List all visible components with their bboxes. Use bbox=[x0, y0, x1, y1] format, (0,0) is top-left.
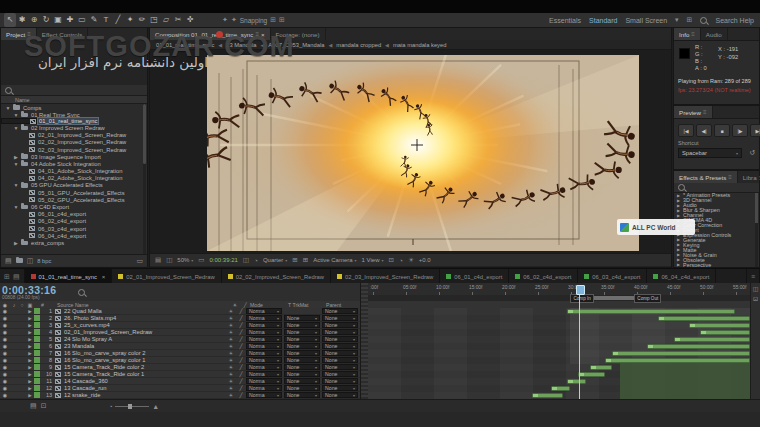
layer-duration-bar[interactable] bbox=[567, 309, 735, 314]
layer-name[interactable]: 16 Slo_mo_carve_spray color 2 bbox=[64, 350, 226, 356]
timeline-tab-02-02-improved-screen-redraw[interactable]: 02_02_Improved_Screen_Redraw bbox=[222, 269, 331, 284]
zoom-out-icon[interactable]: ▪ bbox=[111, 403, 113, 409]
caret-icon[interactable]: ▼ bbox=[13, 161, 19, 167]
layer-duration-bar[interactable] bbox=[612, 351, 750, 356]
delete-icon[interactable]: ▭ bbox=[136, 257, 143, 265]
layer-color-swatch[interactable] bbox=[34, 322, 40, 328]
layer-name[interactable]: 12 snake_ride bbox=[64, 392, 226, 398]
timeline-layer-row[interactable]: ◉▶524 Slo Mo Spray A☀╱Norma▾None▾None▾ bbox=[0, 336, 360, 343]
layer-duration-bar[interactable] bbox=[605, 358, 750, 363]
current-time-display[interactable]: 0:00:33:16 00808 (24.00 fps) bbox=[2, 284, 72, 300]
caret-icon[interactable]: ▼ bbox=[13, 112, 19, 118]
viewer-canvas[interactable] bbox=[150, 50, 671, 254]
eye-icon[interactable]: ◉ bbox=[0, 336, 10, 342]
layer-name[interactable]: 16 Slo_mo_carve_spray color 1 bbox=[64, 357, 226, 363]
always-preview-icon[interactable]: ▤ bbox=[155, 256, 161, 264]
fx-switch-icon[interactable]: ╱ bbox=[236, 378, 246, 384]
toggle-switches-icon[interactable]: ▤ bbox=[30, 402, 37, 410]
comp-marker-icon[interactable]: ◫ bbox=[753, 285, 759, 292]
timeline-tab-06-01-c4d-export[interactable]: 06_01_c4d_export bbox=[440, 269, 509, 284]
fast-previews-icon[interactable]: ◔ bbox=[399, 257, 403, 264]
shape-tool[interactable]: ▭ bbox=[76, 13, 88, 27]
mode-select[interactable]: Norma▾ bbox=[246, 371, 282, 377]
camera-tool[interactable]: ▣ bbox=[52, 13, 64, 27]
layer-color-swatch[interactable] bbox=[34, 336, 40, 342]
caret-right-icon[interactable]: ▶ bbox=[26, 323, 34, 328]
timeline-layer-row[interactable]: ◉▶402_01_Improved_Screen_Redraw☀╱Norma▾N… bbox=[0, 329, 360, 336]
viewer-timecode[interactable]: 0:00:39:21 bbox=[210, 257, 238, 263]
mode-select[interactable]: Norma▾ bbox=[246, 378, 282, 384]
layer-name[interactable]: 23 Mandala bbox=[64, 343, 226, 349]
fx-switch-icon[interactable]: ╱ bbox=[236, 357, 246, 363]
source-name-column-header[interactable]: Source Name bbox=[57, 302, 230, 308]
show-channel-icon[interactable]: ◔ bbox=[254, 257, 258, 264]
caret-icon[interactable]: ▼ bbox=[13, 204, 19, 210]
layer-duration-bar[interactable] bbox=[567, 379, 586, 384]
layer-duration-bar[interactable] bbox=[647, 344, 750, 349]
fx-switch-icon[interactable]: ╱ bbox=[236, 371, 246, 377]
zoom-in-icon[interactable]: ▲ bbox=[152, 403, 159, 410]
parent-select[interactable]: None▾ bbox=[322, 322, 358, 328]
breadcrumb-item[interactable]: mandala cropped bbox=[336, 42, 381, 48]
parent-column-header[interactable]: Parent bbox=[326, 302, 360, 308]
tree-item-extra-comps[interactable]: ▶extra_comps bbox=[1, 239, 143, 246]
quality-icon[interactable]: ☀ bbox=[226, 315, 236, 321]
fx-switch-icon[interactable]: ╱ bbox=[236, 308, 246, 314]
graph-editor-icon[interactable]: ⊡ bbox=[753, 295, 758, 302]
toggle-modes-icon[interactable]: ⊡ bbox=[41, 402, 47, 410]
caret-right-icon[interactable]: ▶ bbox=[26, 351, 34, 356]
trkmat-select[interactable]: None▾ bbox=[284, 315, 320, 321]
resolution-menu[interactable]: Quarter ▾ bbox=[263, 257, 287, 263]
timeline-layer-row[interactable]: ◉▶122 Quad Malla☀╱Norma▾None▾ bbox=[0, 308, 360, 315]
layer-name[interactable]: 24 Slo Mo Spray A bbox=[64, 336, 226, 342]
tree-item-01-real-time-sync[interactable]: ▼01 Real Time Sync bbox=[1, 111, 143, 118]
caret-icon[interactable]: ▼ bbox=[13, 125, 19, 131]
layer-name[interactable]: 26. Photo Slats.mp4 bbox=[64, 315, 226, 321]
shortcut-select[interactable]: Spacebar ▾ bbox=[678, 148, 742, 158]
caret-icon[interactable]: ▶ bbox=[13, 154, 19, 160]
quality-icon[interactable]: ☀ bbox=[226, 322, 236, 328]
layer-duration-bar[interactable] bbox=[551, 386, 570, 391]
reset-icon[interactable]: ↺ bbox=[749, 149, 755, 157]
caret-right-icon[interactable]: ▶ bbox=[26, 365, 34, 370]
layer-name[interactable]: 25_x_curves.mp4 bbox=[64, 322, 226, 328]
tab-libraries[interactable]: Libra ≫ bbox=[738, 171, 760, 183]
eye-icon[interactable]: ◉ bbox=[0, 357, 10, 363]
eye-icon[interactable]: ◉ bbox=[0, 385, 10, 391]
timeline-layer-row[interactable]: ◉▶226. Photo Slats.mp4☀╱Norma▾None▾None▾ bbox=[0, 315, 360, 322]
workspace-essentials[interactable]: Essentials bbox=[549, 17, 581, 24]
view-layout-menu[interactable]: 1 View ▾ bbox=[362, 257, 384, 263]
search-icon[interactable] bbox=[5, 87, 12, 94]
mode-column-header[interactable]: Mode bbox=[250, 302, 288, 308]
tree-item-06-01-c4d-export[interactable]: 06_01_c4d_export bbox=[1, 211, 143, 218]
parent-select[interactable]: None▾ bbox=[322, 371, 358, 377]
search-icon[interactable] bbox=[78, 289, 85, 296]
panel-rows-icon[interactable]: ▤ bbox=[13, 273, 20, 281]
magnification-icon[interactable]: ◫ bbox=[166, 256, 172, 264]
workspace-small-screen[interactable]: Small Screen bbox=[625, 17, 667, 24]
zoom-tool[interactable]: ⊕ bbox=[28, 13, 40, 27]
interpret-footage-icon[interactable]: ▤ bbox=[5, 257, 12, 265]
project-scrollbar[interactable] bbox=[143, 104, 146, 254]
tree-item-02-01-improved-screen-redraw[interactable]: 02_01_Improved_Screen_Redraw bbox=[1, 132, 143, 139]
trkmat-select[interactable]: None▾ bbox=[284, 322, 320, 328]
layer-duration-bar[interactable] bbox=[590, 365, 613, 370]
pixel-aspect-icon[interactable]: ⊡ bbox=[389, 256, 394, 264]
timeline-layer-row[interactable]: ◉▶915 Camera_Track_Ride color 2☀╱Norma▾N… bbox=[0, 364, 360, 371]
mode-select[interactable]: Norma▾ bbox=[246, 385, 282, 391]
quality-icon[interactable]: ☀ bbox=[226, 392, 236, 398]
mask-feather-icon[interactable]: ✦ bbox=[231, 16, 237, 24]
eye-icon[interactable]: ◉ bbox=[0, 329, 10, 335]
previous-frame-button[interactable]: ◀| bbox=[696, 124, 712, 137]
layer-duration-bar[interactable] bbox=[532, 393, 563, 398]
quality-icon[interactable]: ☀ bbox=[226, 343, 236, 349]
snapping-label[interactable]: Snapping bbox=[240, 17, 267, 24]
quality-icon[interactable]: ☀ bbox=[226, 371, 236, 377]
zoom-slider-thumb[interactable] bbox=[128, 404, 132, 409]
fx-switch-icon[interactable]: ╱ bbox=[236, 350, 246, 356]
eye-icon[interactable]: ◉ bbox=[0, 343, 10, 349]
fx-switch-icon[interactable]: ╱ bbox=[236, 315, 246, 321]
layer-duration-bar[interactable] bbox=[689, 323, 750, 328]
caret-right-icon[interactable]: ▶ bbox=[26, 358, 34, 363]
timeline-layer-row[interactable]: ◉▶716 Slo_mo_carve_spray color 2☀╱Norma▾… bbox=[0, 350, 360, 357]
